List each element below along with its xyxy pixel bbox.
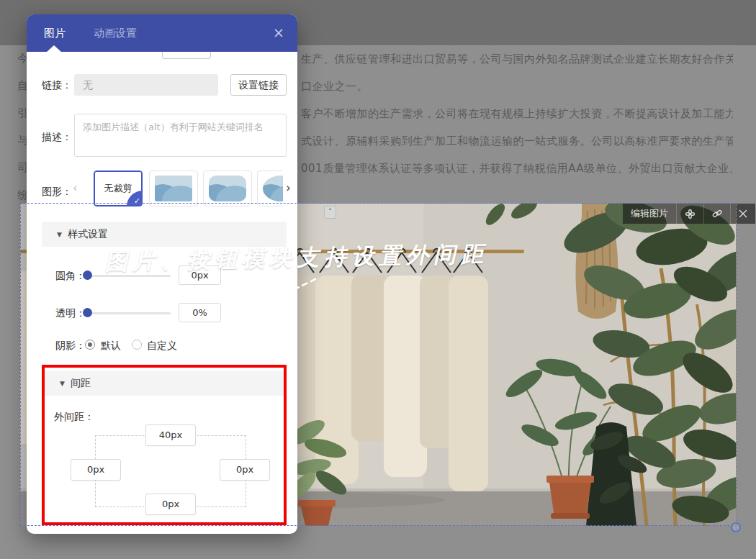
tab-image[interactable]: 图片 bbox=[44, 27, 66, 40]
radius-label: 圆角： bbox=[55, 270, 86, 283]
shape-option-circle-crop[interactable] bbox=[257, 171, 283, 206]
shadow-label: 阴影： bbox=[55, 340, 86, 353]
margin-bottom-input[interactable]: 0px bbox=[145, 494, 196, 515]
shape-prev-button[interactable]: ‹ bbox=[73, 171, 78, 205]
left-edge-clipped-text: 引 bbox=[17, 106, 27, 121]
delete-image-button[interactable] bbox=[730, 204, 755, 224]
page-paragraph-line: 001质量管理体系认证等多项认证，并获得了纳税信用AA级单位、外贸出口贡献大企业… bbox=[301, 161, 733, 176]
description-label: 描述： bbox=[42, 131, 72, 144]
opacity-slider-thumb[interactable] bbox=[83, 308, 92, 317]
shape-option-rounded-crop[interactable] bbox=[203, 171, 252, 206]
shape-option-square-crop[interactable] bbox=[149, 171, 198, 206]
opacity-label: 透明： bbox=[55, 307, 86, 320]
description-textarea[interactable]: 添加图片描述（alt）有利于网站关键词排名 bbox=[74, 114, 287, 157]
opacity-slider[interactable] bbox=[87, 312, 171, 314]
active-tab-notch bbox=[47, 45, 61, 52]
shadow-default-label: 默认 bbox=[101, 340, 121, 353]
page-paragraph-line: 客户不断增加的生产需求，公司将在现有规模上持续扩大投资，不断提高设计及加工能力。… bbox=[301, 106, 733, 121]
page-paragraph-line: 口企业之一。 bbox=[301, 79, 733, 94]
shadow-custom-label: 自定义 bbox=[147, 340, 177, 353]
left-edge-clipped-text: 与 bbox=[17, 134, 27, 148]
set-link-button[interactable]: 设置链接 bbox=[230, 74, 287, 96]
spacing-title: 间距 bbox=[71, 377, 91, 390]
shape-next-button[interactable]: › bbox=[286, 171, 291, 205]
style-settings-header[interactable]: ▼ 样式设置 bbox=[42, 222, 287, 247]
tab-animation-settings[interactable]: 动画设置 bbox=[94, 27, 137, 40]
margin-right-input[interactable]: 0px bbox=[220, 459, 270, 481]
shadow-default-radio[interactable] bbox=[85, 340, 95, 350]
link-input[interactable]: 无 bbox=[74, 74, 218, 96]
close-icon bbox=[739, 209, 747, 218]
left-edge-clipped-text: 自 bbox=[17, 79, 27, 94]
left-edge-clipped-text: 司 bbox=[17, 161, 27, 176]
spacing-header[interactable]: ▼ 间距 bbox=[45, 371, 284, 396]
link-image-button[interactable] bbox=[703, 204, 730, 224]
collapse-arrow-icon: ▼ bbox=[57, 231, 62, 238]
outer-margin-label: 外间距： bbox=[54, 411, 94, 424]
shape-carousel: 无裁剪 ✓ bbox=[94, 171, 283, 206]
move-image-button[interactable] bbox=[676, 204, 703, 224]
panel-header: 图片 动画设置 × bbox=[27, 14, 297, 52]
section-selection-border-right bbox=[736, 45, 737, 559]
shadow-custom-radio[interactable] bbox=[132, 340, 142, 350]
style-settings-title: 样式设置 bbox=[68, 228, 108, 241]
crop-thumbnail-icon bbox=[263, 176, 283, 201]
crop-thumbnail-icon bbox=[209, 176, 246, 201]
link-label: 链接： bbox=[42, 79, 72, 92]
left-edge-clipped-text: 今 bbox=[17, 52, 27, 66]
move-icon bbox=[685, 209, 696, 219]
opacity-value-box[interactable]: 0% bbox=[179, 303, 221, 322]
page-paragraph-line: 式设计、原辅料采购到生产加工和物流运输的一站式服务。公司以高标准严要求的生产管理… bbox=[301, 134, 733, 148]
link-icon bbox=[712, 209, 722, 219]
shape-option-no-crop[interactable]: 无裁剪 ✓ bbox=[94, 171, 143, 206]
collapse-arrow-icon: ▼ bbox=[60, 380, 65, 387]
left-edge-clipped-text: 纷 bbox=[17, 188, 27, 203]
shape-label: 图形： bbox=[42, 186, 72, 199]
margin-left-input[interactable]: 0px bbox=[71, 459, 121, 481]
panel-close-button[interactable]: × bbox=[270, 24, 287, 41]
edit-image-button[interactable]: 编辑图片 bbox=[623, 204, 676, 224]
radius-slider-thumb[interactable] bbox=[83, 271, 92, 280]
page-paragraph-line: 生产、供应链管理和进出口贸易等，公司与国内外知名品牌测试企业建立长期友好合作关系… bbox=[301, 52, 733, 66]
annotation-arrow bbox=[238, 272, 331, 369]
margin-top-input[interactable]: 40px bbox=[145, 424, 196, 446]
module-collapse-handle[interactable]: ˄ bbox=[324, 206, 336, 219]
crop-thumbnail-icon bbox=[155, 176, 192, 201]
